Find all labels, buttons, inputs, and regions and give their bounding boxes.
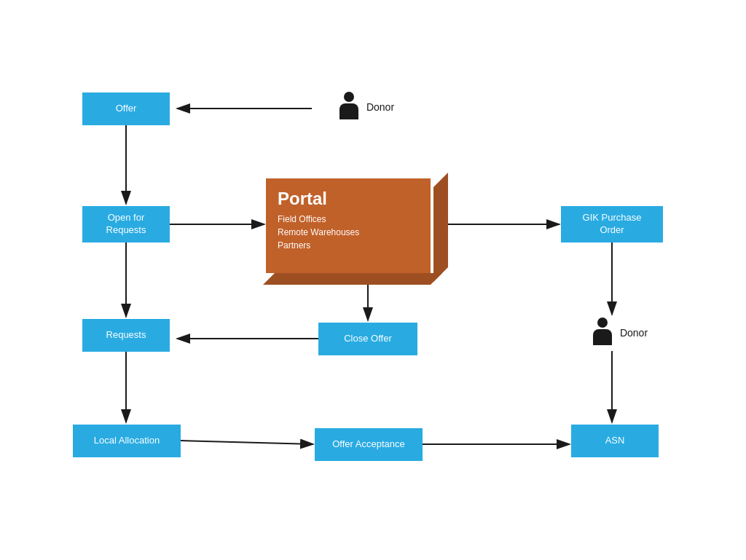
open-for-requests-box: Open forRequests [82,206,170,242]
svg-line-10 [181,441,313,444]
portal-sub2: Remote Warehouses [278,226,419,239]
donor2-icon [591,318,614,348]
asn-label: ASN [605,435,625,447]
close-offer-label: Close Offer [344,333,392,345]
portal-box: Portal Field Offices Remote Warehouses P… [266,178,433,273]
offer-label: Offer [116,103,137,115]
open-for-requests-label: Open forRequests [106,212,146,237]
requests-label: Requests [106,329,146,342]
diagram: Offer Open forRequests Requests Local Al… [0,0,746,560]
close-offer-box: Close Offer [318,323,417,355]
asn-box: ASN [571,425,659,457]
donor2-label: Donor [620,327,648,339]
portal-front-face: Portal Field Offices Remote Warehouses P… [266,178,431,273]
offer-acceptance-label: Offer Acceptance [332,438,405,451]
portal-sub3: Partners [278,239,419,252]
offer-box: Offer [82,92,170,125]
portal-sub1: Field Offices [278,213,419,226]
local-allocation-label: Local Allocation [94,435,160,447]
local-allocation-box: Local Allocation [73,425,181,457]
portal-bottom-face [263,273,442,285]
donor1-box: Donor [312,89,420,125]
gik-purchase-order-label: GIK PurchaseOrder [583,212,642,237]
offer-acceptance-box: Offer Acceptance [315,428,423,461]
portal-title: Portal [278,189,419,210]
gik-purchase-order-box: GIK PurchaseOrder [561,206,663,242]
donor1-icon [337,92,361,122]
donor2-box: Donor [576,315,663,351]
donor1-label: Donor [366,101,394,113]
portal-right-face [433,173,448,282]
requests-box: Requests [82,319,170,352]
